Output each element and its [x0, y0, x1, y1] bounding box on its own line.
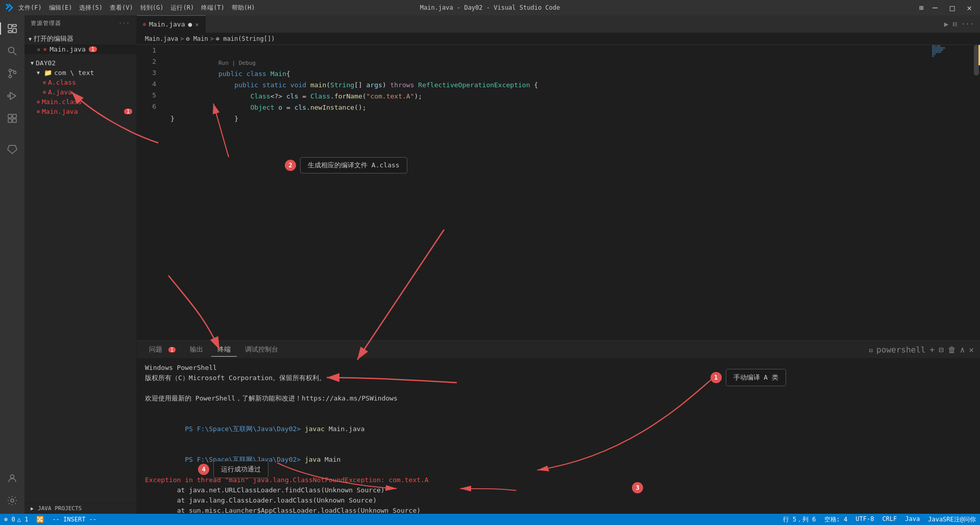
breadcrumb: Main.java > ⚙ Main > ⊕ main(String[]) — [137, 33, 980, 45]
svg-rect-13 — [8, 119, 12, 122]
tab-bar: ⊗ Main.java true ● ✕ ▶ ⊟ ··· — [137, 15, 980, 33]
activity-settings[interactable] — [3, 491, 21, 510]
panel-toolbar: ⊟ powershell + ⊟ 🗑 ∧ ✕ — [869, 345, 974, 355]
activity-run[interactable] — [3, 87, 21, 105]
open-editors-section: ▼ 打开的编辑器 ✕ ⊗ Main.java 1 — [24, 31, 136, 56]
svg-point-15 — [11, 475, 14, 479]
svg-point-10 — [8, 95, 10, 97]
tab-error-dot: ⊗ — [143, 21, 146, 27]
terminal-line-0: Windows PowerShell — [145, 363, 972, 373]
menu-edit[interactable]: 编辑(E) — [49, 4, 72, 12]
terminal-line-1: 版权所有（C）Microsoft Corporation。保留所有权利。 — [145, 373, 972, 383]
main-java-error-badge: 1 — [124, 109, 132, 114]
open-editor-filename: Main.java — [50, 45, 85, 53]
error-count-badge: 1 — [89, 46, 97, 52]
com-text-folder[interactable]: ▼ 📁 com \ text — [24, 68, 136, 78]
status-bar-right: 行 5，列 6 空格: 4 UTF-8 CRLF Java JavaSRE注@问… — [783, 515, 976, 524]
sidebar: 资源管理器 ··· ▼ 打开的编辑器 ✕ ⊗ Main.java 1 — [24, 15, 137, 514]
status-spaces[interactable]: 空格: 4 — [824, 515, 848, 524]
svg-rect-0 — [8, 24, 12, 29]
menu-view[interactable]: 查看(V) — [110, 4, 133, 12]
menu-bar[interactable]: 文件(F) 编辑(E) 选择(S) 查看(V) 转到(G) 运行(R) 终端(T… — [18, 4, 255, 12]
day02-folder[interactable]: ▼ DAY02 — [24, 58, 136, 68]
svg-rect-2 — [13, 29, 16, 33]
class-icon: ⊗ — [43, 80, 46, 85]
status-position[interactable]: 行 5，列 6 — [783, 515, 816, 524]
maximize-panel-icon[interactable]: ∧ — [960, 345, 965, 355]
annotation-2-bubble: 生成相应的编译文件 A.class — [300, 157, 407, 173]
window-title: Main.java - Day02 - Visual Studio Code — [420, 4, 560, 11]
status-language[interactable]: Java — [905, 515, 920, 524]
tab-unsaved-dot: ● — [188, 20, 192, 28]
a-class-file[interactable]: ⊗ A.class — [24, 78, 136, 87]
open-editors-list: ✕ ⊗ Main.java 1 — [24, 44, 136, 54]
problems-badge: 1 — [168, 347, 176, 353]
annotation-1: 1 手动编译 A 类 — [710, 369, 786, 386]
error-dot-icon: ⊗ — [43, 46, 46, 52]
run-icon[interactable]: ▶ — [944, 20, 948, 28]
svg-point-4 — [9, 47, 14, 53]
status-bar: ⊗ 0 △ 1 🔀 -- INSERT -- 行 5，列 6 空格: 4 UTF… — [0, 514, 980, 525]
status-errors[interactable]: ⊗ 0 △ 1 — [4, 516, 28, 523]
main-java-icon: ⊗ — [37, 109, 40, 114]
kill-terminal-icon[interactable]: 🗑 — [948, 345, 956, 355]
svg-point-7 — [9, 76, 12, 78]
close-editor-icon[interactable]: ✕ — [37, 46, 40, 53]
activity-account[interactable] — [3, 469, 21, 487]
split-editor-icon[interactable]: ⊟ — [952, 20, 957, 28]
tab-terminal[interactable]: 终端 — [211, 343, 237, 357]
annotation-1-bubble: 手动编译 A 类 — [726, 369, 786, 386]
menu-terminal[interactable]: 终端(T) — [201, 4, 225, 12]
activity-testing[interactable] — [3, 140, 21, 158]
tab-output[interactable]: 输出 — [184, 343, 209, 357]
terminal-line-6: PS F:\Space\互联网\Java\Day02> java Main — [145, 444, 972, 475]
close-button[interactable]: ✕ — [964, 3, 975, 13]
tab-close-btn[interactable]: ✕ — [195, 21, 199, 28]
breadcrumb-class[interactable]: ⚙ Main — [186, 35, 208, 42]
terminal-line-7: Exception in thread "main" java.lang.Cla… — [145, 475, 972, 485]
status-insert-mode: -- INSERT -- — [52, 516, 96, 523]
activity-search[interactable] — [3, 42, 21, 60]
main-class-file[interactable]: ⊗ Main.class — [24, 97, 136, 107]
terminal-content[interactable]: Windows PowerShell 版权所有（C）Microsoft Corp… — [137, 359, 980, 514]
sidebar-header: 资源管理器 ··· — [24, 15, 136, 31]
scrollbar[interactable] — [973, 45, 980, 340]
java-icon: ⊗ — [43, 89, 46, 95]
editor-container: 1 2 3 4 5 6 Run | Debug public class Mai… — [137, 45, 980, 340]
add-terminal-icon[interactable]: + — [929, 345, 935, 355]
open-editor-main-java[interactable]: ✕ ⊗ Main.java 1 — [24, 44, 136, 54]
code-run-debug[interactable]: Run | Debug — [170, 46, 972, 57]
activity-explorer[interactable] — [3, 19, 21, 38]
open-editors-header[interactable]: ▼ 打开的编辑器 — [24, 33, 136, 44]
activity-source-control[interactable] — [3, 64, 21, 83]
svg-line-18 — [213, 104, 229, 157]
menu-select[interactable]: 选择(S) — [79, 4, 103, 12]
tab-main-java[interactable]: ⊗ Main.java true ● ✕ — [137, 15, 206, 33]
breadcrumb-method[interactable]: ⊕ main(String[]) — [216, 35, 275, 42]
status-line-ending[interactable]: CRLF — [882, 515, 897, 524]
tab-problems[interactable]: 问题 1 — [143, 343, 182, 357]
more-tabs-icon[interactable]: ··· — [961, 20, 974, 28]
java-projects-bar[interactable]: ▶ JAVA PROJECTS — [24, 503, 136, 514]
menu-run[interactable]: 运行(R) — [170, 4, 194, 12]
a-java-file[interactable]: ⊗ A.java — [24, 87, 136, 97]
sidebar-more-icon[interactable]: ··· — [118, 20, 130, 27]
layout-icon[interactable]: ⊞ — [919, 4, 923, 12]
activity-bar — [0, 15, 24, 514]
menu-goto[interactable]: 转到(G) — [140, 4, 164, 12]
terminal-shell-label: ⊟ powershell — [869, 345, 926, 355]
folder-icon: 📁 — [44, 69, 52, 77]
tab-debug-console[interactable]: 调试控制台 — [239, 343, 284, 357]
status-encoding[interactable]: UTF-8 — [855, 515, 874, 524]
close-panel-icon[interactable]: ✕ — [969, 345, 974, 355]
split-terminal-icon[interactable]: ⊟ — [939, 345, 944, 355]
status-feedback[interactable]: JavaSRE注@问你 — [928, 515, 976, 524]
main-java-file[interactable]: ⊗ Main.java 1 — [24, 107, 136, 116]
maximize-button[interactable]: □ — [947, 3, 958, 13]
breadcrumb-file[interactable]: Main.java — [145, 35, 178, 42]
status-git[interactable]: 🔀 — [36, 516, 44, 523]
activity-extensions[interactable] — [3, 109, 21, 128]
menu-file[interactable]: 文件(F) — [18, 4, 42, 12]
menu-help[interactable]: 帮助(H) — [232, 4, 255, 12]
minimize-button[interactable]: ─ — [929, 3, 941, 13]
